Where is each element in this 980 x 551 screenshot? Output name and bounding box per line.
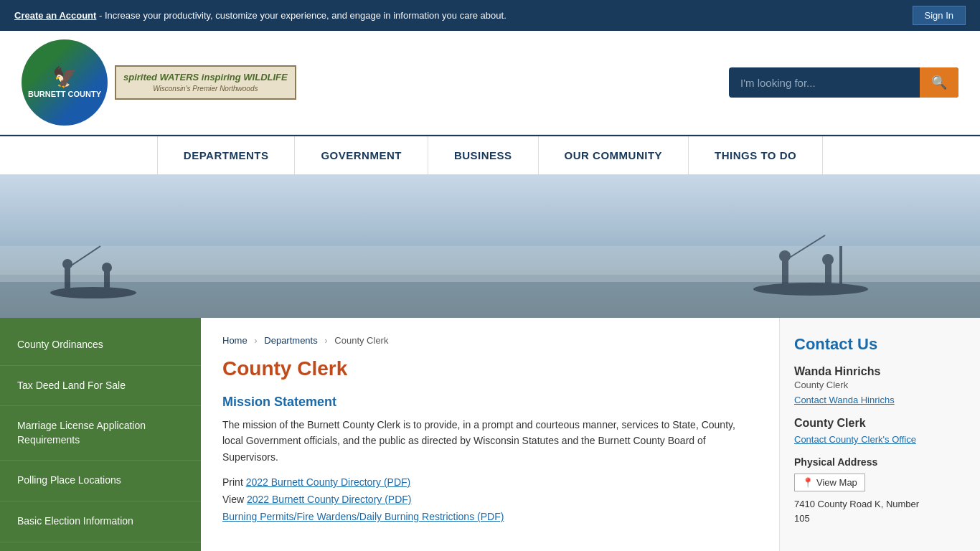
logo-circle[interactable]: 🦅 BURNETT COUNTY [22,39,108,126]
svg-point-14 [822,254,834,265]
contact-person-name: Wanda Hinrichs [794,365,966,378]
sidebar: County Ordinances Tax Deed Land For Sale… [0,318,201,551]
view-label: View [222,494,247,505]
svg-rect-15 [839,246,842,289]
breadcrumb-sep-2: › [324,335,327,346]
contact-us-title: Contact Us [794,335,966,354]
svg-rect-7 [104,271,110,291]
view-map-label: View Map [816,477,857,488]
print-link[interactable]: 2022 Burnett County Directory (PDF) [246,476,411,488]
search-button[interactable]: 🔍 [920,67,958,98]
sidebar-item-tax-deed[interactable]: Tax Deed Land For Sale [0,366,201,407]
search-input[interactable] [729,68,920,98]
burning-link[interactable]: Burning Permits/Fire Wardens/Daily Burni… [222,511,504,522]
burning-line: Burning Permits/Fire Wardens/Daily Burni… [222,511,758,522]
address-line2: 105 [794,513,810,524]
contact-section-link[interactable]: Contact County Clerk's Office [794,434,966,445]
map-pin-icon: 📍 [802,477,814,488]
sidebar-item-county-ordinances[interactable]: County Ordinances [0,325,201,366]
mission-text: The mission of the Burnett County Clerk … [222,417,758,465]
nav-government[interactable]: GOVERNMENT [295,136,428,174]
logo-tagline: spirited WATERS inspiring WILDLIFE Wisco… [115,65,296,100]
logo-area: 🦅 BURNETT COUNTY spirited WATERS inspiri… [22,39,296,126]
breadcrumb-current: County Clerk [334,335,388,346]
search-area: 🔍 [729,67,958,98]
main-content: Home › Departments › County Clerk County… [201,318,779,551]
top-bar: Create an Account - Increase your produc… [0,0,980,31]
search-icon: 🔍 [931,75,947,90]
top-bar-message: Create an Account - Increase your produc… [14,10,507,21]
top-bar-message-rest: - Increase your productivity, customize … [96,10,506,21]
sidebar-item-polling-place[interactable]: Polling Place Locations [0,461,201,501]
contact-person-role: County Clerk [794,380,966,390]
svg-rect-13 [825,264,831,287]
view-link[interactable]: 2022 Burnett County Directory (PDF) [247,494,412,505]
address-text: 7410 County Road K, Number 105 [794,497,966,525]
hero-image [0,174,980,318]
print-line: Print 2022 Burnett County Directory (PDF… [222,476,758,488]
svg-point-11 [779,250,791,262]
svg-point-9 [753,283,868,296]
print-label: Print [222,476,246,488]
nav-departments[interactable]: DEPARTMENTS [157,136,296,174]
main-nav: DEPARTMENTS GOVERNMENT BUSINESS OUR COMM… [0,135,980,174]
mission-title: Mission Statement [222,395,758,410]
sign-in-button[interactable]: Sign In [913,6,966,25]
content-area: County Ordinances Tax Deed Land For Sale… [0,318,980,551]
nav-our-community[interactable]: OUR COMMUNITY [539,136,689,174]
address-line1: 7410 County Road K, Number [794,499,919,509]
view-line: View 2022 Burnett County Directory (PDF) [222,494,758,505]
breadcrumb-sep-1: › [254,335,257,346]
nav-business[interactable]: BUSINESS [428,136,539,174]
header: 🦅 BURNETT COUNTY spirited WATERS inspiri… [0,31,980,135]
page-title: County Clerk [222,357,758,380]
svg-rect-2 [0,246,980,282]
svg-point-5 [62,259,72,269]
right-sidebar: Contact Us Wanda Hinrichs County Clerk C… [779,318,980,551]
svg-rect-4 [65,268,70,289]
physical-address-title: Physical Address [794,456,966,468]
breadcrumb: Home › Departments › County Clerk [222,335,758,346]
svg-rect-10 [782,260,788,286]
breadcrumb-departments[interactable]: Departments [264,335,317,346]
sidebar-item-marriage-license[interactable]: Marriage License Application Requirement… [0,406,201,461]
contact-person-link[interactable]: Contact Wanda Hinrichs [794,395,966,405]
sidebar-item-basic-election[interactable]: Basic Election Information [0,501,201,542]
svg-point-3 [50,287,136,298]
logo-name: BURNETT COUNTY [28,89,101,99]
contact-section-title: County Clerk [794,417,966,430]
svg-point-8 [102,263,112,273]
search-box: 🔍 [729,67,958,98]
create-account-link[interactable]: Create an Account [14,10,96,21]
nav-things-to-do[interactable]: THINGS TO DO [689,136,823,174]
view-map-button[interactable]: 📍 View Map [794,474,865,491]
breadcrumb-home[interactable]: Home [222,335,248,346]
